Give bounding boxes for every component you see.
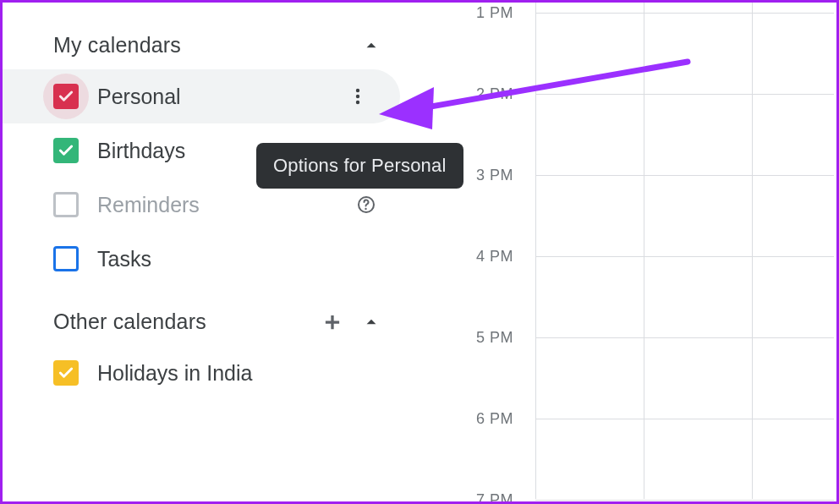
hour-gridline — [535, 419, 834, 419]
day-column-line — [752, 3, 753, 499]
svg-point-2 — [356, 101, 359, 104]
help-icon[interactable] — [349, 188, 383, 222]
calendar-label: Holidays in India — [97, 361, 383, 386]
my-calendars-title: My calendars — [53, 33, 181, 58]
hour-gridline — [535, 256, 834, 257]
hour-gridline — [535, 94, 834, 95]
calendar-item-tasks[interactable]: Tasks — [3, 232, 409, 286]
chevron-up-icon[interactable] — [359, 34, 383, 58]
calendar-label: Reminders — [97, 193, 349, 217]
calendar-item-personal[interactable]: Personal — [3, 69, 400, 123]
kebab-icon[interactable] — [341, 79, 375, 113]
calendar-item-holidays-in-india[interactable]: Holidays in India — [3, 346, 409, 400]
day-column-line — [535, 3, 536, 499]
calendar-checkbox[interactable] — [53, 138, 79, 163]
hour-gridline — [535, 13, 834, 14]
hour-label: 4 PM — [476, 248, 513, 266]
calendar-label: Personal — [97, 85, 341, 109]
svg-point-0 — [356, 89, 359, 92]
hour-gridline — [535, 500, 834, 501]
hour-gridline — [535, 175, 834, 176]
hour-gridline — [535, 337, 834, 338]
hour-label: 2 PM — [476, 85, 513, 103]
calendar-checkbox[interactable] — [53, 360, 79, 386]
sidebar: My calendars PersonalBirthdaysRemindersT… — [3, 3, 409, 501]
calendar-checkbox[interactable] — [53, 84, 79, 109]
hour-label: 3 PM — [476, 167, 513, 184]
other-calendars-header[interactable]: Other calendars — [3, 303, 409, 341]
other-calendars-title: Other calendars — [53, 310, 206, 334]
svg-point-4 — [365, 208, 366, 210]
hour-label: 6 PM — [476, 410, 513, 428]
day-column-line — [644, 3, 644, 499]
calendar-checkbox[interactable] — [53, 192, 79, 217]
plus-icon[interactable] — [321, 310, 344, 334]
my-calendars-header[interactable]: My calendars — [3, 26, 409, 64]
other-calendars-list: Holidays in India — [3, 341, 409, 400]
hour-label: 1 PM — [476, 4, 513, 22]
chevron-up-icon[interactable] — [359, 310, 383, 334]
calendar-checkbox[interactable] — [53, 246, 79, 271]
svg-point-1 — [356, 95, 359, 98]
options-tooltip: Options for Personal — [256, 143, 463, 189]
calendar-label: Tasks — [97, 247, 383, 271]
hour-label: 7 PM — [476, 491, 513, 505]
calendar-grid[interactable]: 1 PM2 PM3 PM4 PM5 PM6 PM7 PM — [476, 3, 834, 499]
hour-label: 5 PM — [476, 329, 513, 347]
